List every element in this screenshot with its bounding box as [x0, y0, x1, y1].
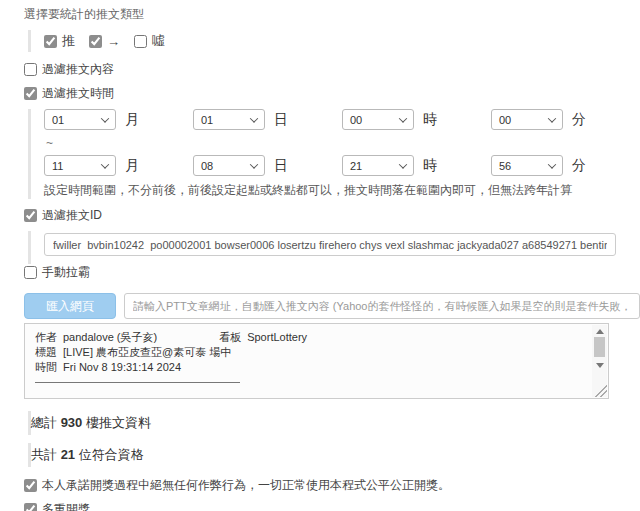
manual-pull-label: 手動拉霸: [42, 264, 90, 281]
pledge-label: 本人承諾開獎過程中絕無任何作弊行為，一切正常使用本程式公平公正開獎。: [42, 477, 450, 494]
minute-unit-label: 分: [572, 157, 586, 175]
content-filter-checkbox[interactable]: [24, 63, 37, 76]
manual-pull-row[interactable]: 手動拉霸: [24, 264, 640, 281]
boo-checkbox[interactable]: [134, 35, 147, 48]
pledge-row[interactable]: 本人承諾開獎過程中絕無任何作弊行為，一切正常使用本程式公平公正開獎。: [24, 477, 640, 494]
time-filter-label: 過濾推文時間: [42, 85, 114, 102]
time-filter-row[interactable]: 過濾推文時間: [24, 85, 640, 102]
start-day-select[interactable]: 01: [193, 109, 265, 130]
time-filter-hint: 設定時間範圍，不分前後，前後設定起點或終點都可以，推文時間落在範圍內即可，但無法…: [44, 182, 640, 199]
end-month-select[interactable]: 11: [44, 155, 116, 176]
chevron-down-icon: [101, 160, 109, 168]
type-option-push[interactable]: 推: [44, 32, 75, 50]
board-label: 看板: [219, 331, 241, 343]
article-url-input[interactable]: [124, 293, 640, 319]
author-label: 作者: [35, 331, 57, 343]
lottery-tool-page: 選擇要統計的推文類型 推 → 噓 過濾推文內容 過濾推文時間 01 月: [0, 0, 640, 511]
pledge-checkbox[interactable]: [24, 479, 37, 492]
hour-unit-label: 時: [423, 111, 437, 129]
time-filter-group: 01 月 01 日 00 時 00 分 ~ 11: [28, 109, 640, 199]
id-filter-label: 過濾推文ID: [42, 207, 102, 224]
type-option-boo[interactable]: 噓: [134, 32, 165, 50]
start-hour-select[interactable]: 00: [342, 109, 414, 130]
time-end-row: 11 月 08 日 21 時 56 分: [44, 155, 640, 176]
chevron-down-icon: [250, 114, 258, 122]
import-row: 匯入網頁: [24, 293, 640, 319]
push-label: 推: [62, 32, 75, 50]
chevron-down-icon: [399, 114, 407, 122]
day-unit-label: 日: [274, 157, 288, 175]
hour-unit-label: 時: [423, 157, 437, 175]
arrow-label: →: [107, 34, 120, 49]
article-title: [LIVE] 農布亞皮查亞@素可泰 場中: [63, 346, 231, 358]
chevron-down-icon: [548, 114, 556, 122]
article-time-line: 時間Fri Nov 8 19:31:14 2024: [35, 360, 586, 375]
content-filter-row[interactable]: 過濾推文內容: [24, 61, 640, 78]
article-separator: [35, 375, 240, 383]
scrollbar-thumb[interactable]: [594, 337, 605, 357]
end-minute-value: 56: [499, 160, 511, 172]
resize-grip-icon[interactable]: [595, 385, 607, 397]
multi-draw-row[interactable]: 多重開獎: [24, 501, 640, 511]
article-time: Fri Nov 8 19:31:14 2024: [63, 361, 181, 373]
arrow-checkbox[interactable]: [89, 35, 102, 48]
manual-pull-checkbox[interactable]: [24, 266, 37, 279]
multi-draw-label: 多重開獎: [42, 501, 90, 511]
time-filter-checkbox[interactable]: [24, 87, 37, 100]
end-day-value: 08: [201, 160, 213, 172]
type-filter-group: 推 → 噓: [28, 30, 640, 52]
end-hour-value: 21: [350, 160, 362, 172]
total-comments-count: 930: [61, 415, 83, 430]
chevron-down-icon: [548, 160, 556, 168]
start-month-value: 01: [52, 114, 64, 126]
end-hour-select[interactable]: 21: [342, 155, 414, 176]
boo-label: 噓: [152, 32, 165, 50]
day-unit-label: 日: [274, 111, 288, 129]
article-header-line: 作者pandalove (吳子亥) 看板SportLottery: [35, 330, 586, 345]
push-checkbox[interactable]: [44, 35, 57, 48]
id-filter-row[interactable]: 過濾推文ID: [24, 207, 640, 224]
chevron-down-icon: [399, 160, 407, 168]
id-filter-input[interactable]: [44, 233, 616, 256]
time-start-row: 01 月 01 日 00 時 00 分: [44, 109, 640, 130]
chevron-down-icon: [250, 160, 258, 168]
content-filter-label: 過濾推文內容: [42, 61, 114, 78]
scroll-down-icon[interactable]: [596, 363, 604, 368]
scroll-up-icon[interactable]: [596, 329, 604, 334]
id-filter-group: [28, 231, 640, 264]
end-minute-select[interactable]: 56: [491, 155, 563, 176]
import-url-button[interactable]: 匯入網頁: [24, 293, 116, 319]
article-content-textarea[interactable]: 作者pandalove (吳子亥) 看板SportLottery 標題[LIVE…: [24, 323, 609, 399]
total-comments-stat: 總計 930 樓推文資料: [28, 411, 640, 435]
qualified-users-count: 21: [61, 447, 75, 462]
start-minute-select[interactable]: 00: [491, 109, 563, 130]
id-filter-checkbox[interactable]: [24, 209, 37, 222]
start-minute-value: 00: [499, 114, 511, 126]
type-filter-title: 選擇要統計的推文類型: [24, 6, 640, 23]
multi-draw-checkbox[interactable]: [24, 503, 37, 511]
minute-unit-label: 分: [572, 111, 586, 129]
chevron-down-icon: [101, 114, 109, 122]
end-month-value: 11: [52, 160, 63, 172]
start-hour-value: 00: [350, 114, 362, 126]
board-value: SportLottery: [247, 331, 307, 343]
article-title-line: 標題[LIVE] 農布亞皮查亞@素可泰 場中: [35, 345, 586, 360]
start-day-value: 01: [201, 114, 213, 126]
end-day-select[interactable]: 08: [193, 155, 265, 176]
start-month-select[interactable]: 01: [44, 109, 116, 130]
type-option-arrow[interactable]: →: [89, 34, 120, 49]
qualified-users-stat: 共計 21 位符合資格: [28, 443, 640, 467]
author-value: pandalove (吳子亥): [63, 331, 157, 343]
month-unit-label: 月: [125, 157, 139, 175]
month-unit-label: 月: [125, 111, 139, 129]
time-range-tilde: ~: [46, 136, 640, 150]
